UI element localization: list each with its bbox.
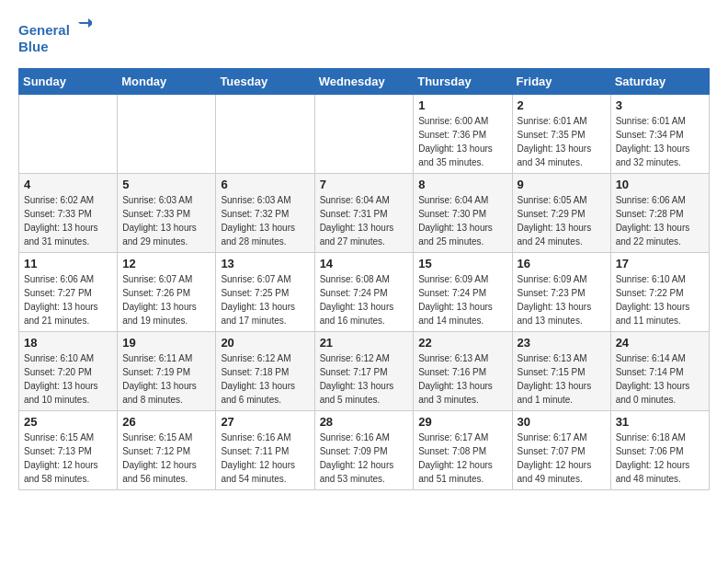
day-number: 5 <box>122 178 210 191</box>
day-info: Sunrise: 6:13 AMSunset: 7:15 PMDaylight:… <box>518 351 606 407</box>
day-number: 28 <box>320 415 409 429</box>
calendar-cell: 31Sunrise: 6:18 AMSunset: 7:06 PMDayligh… <box>610 411 709 490</box>
calendar-cell: 10Sunrise: 6:06 AMSunset: 7:28 PMDayligh… <box>610 174 709 253</box>
logo: General Blue <box>18 18 92 59</box>
day-number: 31 <box>616 415 704 429</box>
logo-svg: General Blue <box>18 18 92 59</box>
day-info: Sunrise: 6:15 AMSunset: 7:12 PMDaylight:… <box>122 431 210 486</box>
day-number: 16 <box>518 257 606 270</box>
calendar-header-row: SundayMondayTuesdayWednesdayThursdayFrid… <box>19 69 710 95</box>
day-number: 8 <box>418 178 506 191</box>
calendar-week-row: 25Sunrise: 6:15 AMSunset: 7:13 PMDayligh… <box>19 411 710 490</box>
calendar-cell: 23Sunrise: 6:13 AMSunset: 7:15 PMDayligh… <box>512 332 610 411</box>
day-info: Sunrise: 6:09 AMSunset: 7:23 PMDaylight:… <box>518 272 606 327</box>
day-number: 1 <box>418 98 506 112</box>
calendar-cell: 17Sunrise: 6:10 AMSunset: 7:22 PMDayligh… <box>610 253 709 332</box>
day-info: Sunrise: 6:12 AMSunset: 7:18 PMDaylight:… <box>221 351 309 407</box>
day-info: Sunrise: 6:03 AMSunset: 7:33 PMDaylight:… <box>122 193 210 248</box>
day-info: Sunrise: 6:13 AMSunset: 7:16 PMDaylight:… <box>418 351 506 407</box>
day-number: 4 <box>24 178 112 191</box>
day-info: Sunrise: 6:01 AMSunset: 7:35 PMDaylight:… <box>518 114 606 169</box>
day-info: Sunrise: 6:16 AMSunset: 7:11 PMDaylight:… <box>221 431 309 486</box>
day-number: 15 <box>418 257 506 270</box>
calendar-cell: 5Sunrise: 6:03 AMSunset: 7:33 PMDaylight… <box>118 174 216 253</box>
day-number: 27 <box>221 415 309 429</box>
day-info: Sunrise: 6:17 AMSunset: 7:07 PMDaylight:… <box>518 431 606 486</box>
day-number: 26 <box>122 415 210 429</box>
calendar-cell: 20Sunrise: 6:12 AMSunset: 7:18 PMDayligh… <box>216 332 314 411</box>
day-number: 20 <box>221 336 309 350</box>
day-number: 17 <box>616 257 704 270</box>
day-number: 21 <box>320 336 409 350</box>
weekday-header: Saturday <box>610 69 709 95</box>
calendar-cell: 6Sunrise: 6:03 AMSunset: 7:32 PMDaylight… <box>216 174 314 253</box>
calendar-cell: 7Sunrise: 6:04 AMSunset: 7:31 PMDaylight… <box>314 174 414 253</box>
calendar-cell: 3Sunrise: 6:01 AMSunset: 7:34 PMDaylight… <box>610 95 709 174</box>
calendar-cell: 18Sunrise: 6:10 AMSunset: 7:20 PMDayligh… <box>19 332 118 411</box>
calendar-cell: 28Sunrise: 6:16 AMSunset: 7:09 PMDayligh… <box>314 411 414 490</box>
day-number: 2 <box>518 98 606 112</box>
calendar-cell: 30Sunrise: 6:17 AMSunset: 7:07 PMDayligh… <box>512 411 610 490</box>
calendar-cell: 4Sunrise: 6:02 AMSunset: 7:33 PMDaylight… <box>19 174 118 253</box>
day-number: 14 <box>320 257 409 270</box>
calendar-cell: 24Sunrise: 6:14 AMSunset: 7:14 PMDayligh… <box>610 332 709 411</box>
day-info: Sunrise: 6:06 AMSunset: 7:27 PMDaylight:… <box>24 272 112 327</box>
day-info: Sunrise: 6:01 AMSunset: 7:34 PMDaylight:… <box>616 114 704 169</box>
day-number: 3 <box>616 98 704 112</box>
calendar-cell: 29Sunrise: 6:17 AMSunset: 7:08 PMDayligh… <box>414 411 512 490</box>
day-info: Sunrise: 6:08 AMSunset: 7:24 PMDaylight:… <box>320 272 409 327</box>
day-info: Sunrise: 6:00 AMSunset: 7:36 PMDaylight:… <box>418 114 506 169</box>
calendar-week-row: 18Sunrise: 6:10 AMSunset: 7:20 PMDayligh… <box>19 332 710 411</box>
calendar-week-row: 11Sunrise: 6:06 AMSunset: 7:27 PMDayligh… <box>19 253 710 332</box>
day-info: Sunrise: 6:02 AMSunset: 7:33 PMDaylight:… <box>24 193 112 248</box>
calendar-cell: 22Sunrise: 6:13 AMSunset: 7:16 PMDayligh… <box>414 332 512 411</box>
day-number: 24 <box>616 336 704 350</box>
svg-text:Blue: Blue <box>18 39 49 54</box>
day-info: Sunrise: 6:03 AMSunset: 7:32 PMDaylight:… <box>221 193 309 248</box>
calendar-cell: 2Sunrise: 6:01 AMSunset: 7:35 PMDaylight… <box>512 95 610 174</box>
calendar-cell: 26Sunrise: 6:15 AMSunset: 7:12 PMDayligh… <box>118 411 216 490</box>
calendar-week-row: 4Sunrise: 6:02 AMSunset: 7:33 PMDaylight… <box>19 174 710 253</box>
calendar-cell: 11Sunrise: 6:06 AMSunset: 7:27 PMDayligh… <box>19 253 118 332</box>
calendar-cell: 25Sunrise: 6:15 AMSunset: 7:13 PMDayligh… <box>19 411 118 490</box>
day-info: Sunrise: 6:07 AMSunset: 7:26 PMDaylight:… <box>122 272 210 327</box>
day-info: Sunrise: 6:18 AMSunset: 7:06 PMDaylight:… <box>616 431 704 486</box>
weekday-header: Friday <box>512 69 610 95</box>
day-info: Sunrise: 6:11 AMSunset: 7:19 PMDaylight:… <box>122 351 210 407</box>
day-number: 11 <box>24 257 112 270</box>
calendar-cell <box>19 95 118 174</box>
weekday-header: Tuesday <box>216 69 314 95</box>
page-header: General Blue <box>18 18 710 59</box>
day-info: Sunrise: 6:10 AMSunset: 7:20 PMDaylight:… <box>24 351 112 407</box>
weekday-header: Sunday <box>19 69 118 95</box>
day-info: Sunrise: 6:07 AMSunset: 7:25 PMDaylight:… <box>221 272 309 327</box>
day-info: Sunrise: 6:05 AMSunset: 7:29 PMDaylight:… <box>518 193 606 248</box>
day-info: Sunrise: 6:06 AMSunset: 7:28 PMDaylight:… <box>616 193 704 248</box>
day-number: 30 <box>518 415 606 429</box>
calendar-cell <box>216 95 314 174</box>
day-number: 9 <box>518 178 606 191</box>
day-number: 23 <box>518 336 606 350</box>
day-info: Sunrise: 6:16 AMSunset: 7:09 PMDaylight:… <box>320 431 409 486</box>
day-number: 6 <box>221 178 309 191</box>
calendar-cell <box>118 95 216 174</box>
day-number: 10 <box>616 178 704 191</box>
day-number: 13 <box>221 257 309 270</box>
day-number: 12 <box>122 257 210 270</box>
day-number: 19 <box>122 336 210 350</box>
calendar-cell: 1Sunrise: 6:00 AMSunset: 7:36 PMDaylight… <box>414 95 512 174</box>
calendar-cell: 27Sunrise: 6:16 AMSunset: 7:11 PMDayligh… <box>216 411 314 490</box>
calendar-cell: 8Sunrise: 6:04 AMSunset: 7:30 PMDaylight… <box>414 174 512 253</box>
day-info: Sunrise: 6:17 AMSunset: 7:08 PMDaylight:… <box>418 431 506 486</box>
day-info: Sunrise: 6:15 AMSunset: 7:13 PMDaylight:… <box>24 431 112 486</box>
calendar-cell: 13Sunrise: 6:07 AMSunset: 7:25 PMDayligh… <box>216 253 314 332</box>
calendar-cell <box>314 95 414 174</box>
svg-text:General: General <box>18 22 70 38</box>
calendar-cell: 15Sunrise: 6:09 AMSunset: 7:24 PMDayligh… <box>414 253 512 332</box>
calendar-week-row: 1Sunrise: 6:00 AMSunset: 7:36 PMDaylight… <box>19 95 710 174</box>
weekday-header: Wednesday <box>314 69 414 95</box>
calendar-cell: 9Sunrise: 6:05 AMSunset: 7:29 PMDaylight… <box>512 174 610 253</box>
calendar-cell: 19Sunrise: 6:11 AMSunset: 7:19 PMDayligh… <box>118 332 216 411</box>
calendar-cell: 21Sunrise: 6:12 AMSunset: 7:17 PMDayligh… <box>314 332 414 411</box>
day-info: Sunrise: 6:04 AMSunset: 7:30 PMDaylight:… <box>418 193 506 248</box>
